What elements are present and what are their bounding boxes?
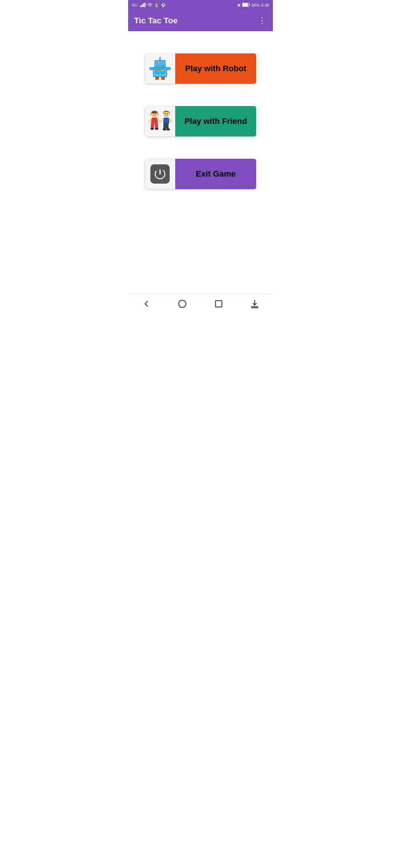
svg-rect-7 xyxy=(249,4,250,6)
play-with-friend-label[interactable]: Play with Friend xyxy=(175,106,256,137)
svg-point-33 xyxy=(150,128,154,130)
svg-point-37 xyxy=(167,113,168,114)
svg-point-23 xyxy=(162,69,164,72)
friend-icon xyxy=(147,109,173,133)
power-symbol-icon xyxy=(154,168,166,180)
play-with-robot-label[interactable]: Play with Robot xyxy=(175,53,256,84)
friend-icon-box xyxy=(145,106,175,137)
svg-rect-19 xyxy=(161,66,162,66)
svg-point-30 xyxy=(155,113,156,114)
svg-point-22 xyxy=(159,69,161,72)
back-button[interactable] xyxy=(137,296,156,311)
svg-rect-27 xyxy=(161,77,165,80)
svg-point-34 xyxy=(155,128,159,130)
time-display: 6:48 xyxy=(261,3,269,7)
svg-line-42 xyxy=(169,118,172,122)
svg-rect-6 xyxy=(242,3,248,6)
svg-point-36 xyxy=(165,113,166,114)
svg-rect-24 xyxy=(150,68,153,70)
signal-icon xyxy=(140,3,146,8)
svg-point-14 xyxy=(157,62,158,64)
svg-point-21 xyxy=(156,69,159,72)
wifi-icon xyxy=(147,3,153,8)
svg-point-47 xyxy=(179,300,186,308)
play-with-friend-button[interactable]: Play with Friend xyxy=(145,106,256,137)
bottom-navigation xyxy=(128,294,273,313)
bluetooth-icon: ✱ xyxy=(237,3,241,8)
power-icon xyxy=(150,164,170,184)
svg-point-29 xyxy=(153,113,154,114)
svg-rect-39 xyxy=(163,123,166,129)
status-right: ✱ 86% 6:48 xyxy=(237,3,269,8)
svg-rect-1 xyxy=(141,4,143,7)
svg-point-15 xyxy=(162,62,163,64)
status-bar: 4G⁺ ⏳ ⚽ ✱ 86% xyxy=(128,0,273,10)
battery-percentage: 86% xyxy=(252,3,260,7)
soccer-icon: ⚽ xyxy=(161,3,166,8)
svg-rect-38 xyxy=(163,118,169,124)
timer-icon: ⏳ xyxy=(154,3,159,8)
svg-point-43 xyxy=(163,128,166,131)
battery-icon xyxy=(242,3,250,8)
recent-apps-button[interactable] xyxy=(209,296,228,311)
svg-rect-2 xyxy=(143,3,144,7)
robot-icon xyxy=(148,57,172,80)
app-bar: Tic Tac Toe ⋮ xyxy=(128,10,273,31)
svg-rect-0 xyxy=(140,6,141,7)
svg-point-44 xyxy=(166,128,170,131)
network-indicator: 4G⁺ xyxy=(132,3,138,7)
home-button[interactable] xyxy=(173,296,192,311)
exit-icon-box xyxy=(145,159,175,189)
svg-rect-40 xyxy=(166,123,169,129)
overflow-menu-icon[interactable]: ⋮ xyxy=(258,17,267,25)
main-content: Play with Robot xyxy=(128,31,273,211)
status-left: 4G⁺ ⏳ ⚽ xyxy=(132,3,166,8)
svg-line-32 xyxy=(157,118,160,122)
app-title: Tic Tac Toe xyxy=(134,16,177,26)
svg-point-4 xyxy=(150,6,151,7)
svg-rect-48 xyxy=(215,300,222,307)
svg-line-41 xyxy=(161,118,163,122)
download-icon[interactable] xyxy=(245,296,264,311)
exit-game-button[interactable]: Exit Game xyxy=(145,159,256,189)
svg-point-11 xyxy=(159,57,161,59)
robot-icon-box xyxy=(145,53,175,84)
svg-rect-17 xyxy=(157,66,159,66)
svg-rect-26 xyxy=(155,77,159,80)
play-with-robot-button[interactable]: Play with Robot xyxy=(145,53,256,84)
exit-game-label[interactable]: Exit Game xyxy=(175,159,256,189)
svg-rect-25 xyxy=(167,68,170,70)
svg-line-31 xyxy=(149,118,151,122)
svg-rect-3 xyxy=(144,3,146,7)
svg-rect-18 xyxy=(159,66,160,66)
